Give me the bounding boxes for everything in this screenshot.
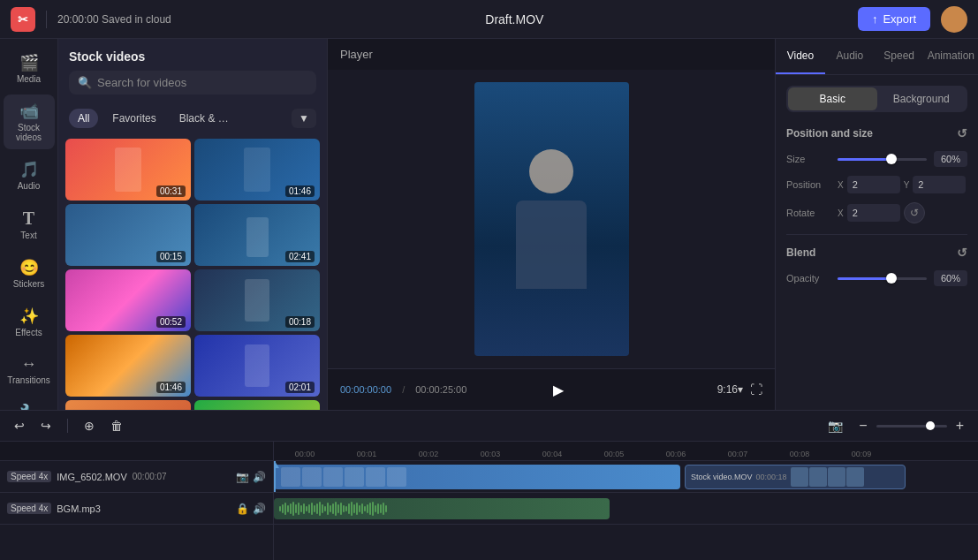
ratio-button[interactable]: 9:16▾ [717, 383, 743, 396]
sidebar-item-media[interactable]: 🎬 Media [4, 46, 55, 91]
track-speed-1: Speed 4x [7, 471, 51, 482]
video-thumb-10[interactable]: 00:12 [194, 400, 320, 410]
track-clip-row-2 [274, 493, 978, 525]
rotate-reset-button[interactable]: ↺ [904, 202, 925, 223]
avatar[interactable] [941, 6, 967, 33]
search-box[interactable]: 🔍 [69, 71, 316, 95]
opacity-slider-thumb[interactable] [886, 273, 897, 284]
redo-button[interactable]: ↪ [37, 417, 55, 435]
rotate-x-input[interactable] [847, 204, 900, 222]
zoom-slider[interactable] [876, 425, 947, 428]
video-duration: 01:46 [285, 185, 315, 197]
tab-speed[interactable]: Speed [875, 39, 924, 74]
video-duration: 00:31 [156, 185, 186, 197]
reset-blend-icon[interactable]: ↺ [957, 246, 967, 260]
player-area: Player 00:00:00:00 / 00:00:25:00 [328, 39, 775, 410]
zoom-out-button[interactable]: − [855, 416, 870, 435]
delete-button[interactable]: 🗑 [107, 417, 126, 435]
filter-tab-favorites[interactable]: Favorites [103, 109, 164, 128]
sidebar-item-filters[interactable]: 🔧 Filters [4, 396, 55, 410]
audio-mute-icon[interactable]: 🔊 [253, 503, 266, 515]
app-logo[interactable]: ✂ [11, 7, 35, 32]
sidebar-item-effects[interactable]: ✨ Effects [4, 299, 55, 344]
filter-dropdown[interactable]: ▼ [292, 109, 316, 128]
camera-track-icon[interactable]: 📷 [236, 471, 249, 483]
video-thumb-5[interactable]: 00:52 [65, 269, 191, 331]
ruler-mark: 00:09 [830, 450, 892, 458]
undo-button[interactable]: ↩ [11, 417, 28, 435]
search-icon: 🔍 [78, 76, 92, 89]
ruler-marks: 00:00 00:01 00:02 00:03 00:04 00:05 00:0… [274, 450, 978, 460]
stock-panel: Stock videos 🔍 All Favorites Black & whi… [58, 39, 328, 410]
track-icons-2: 🔒 🔊 [236, 503, 266, 515]
sidebar-item-stickers[interactable]: 😊 Stickers [4, 251, 55, 296]
position-label: Position [786, 179, 830, 190]
size-slider-thumb[interactable] [886, 154, 897, 164]
section-divider [786, 234, 967, 235]
ratio-label: 9:16 [717, 383, 738, 396]
ruler-mark: 00:04 [521, 450, 583, 458]
sidebar-item-audio[interactable]: 🎵 Audio [4, 153, 55, 198]
secondary-clip[interactable]: Stock video.MOV 00:00:18 [685, 465, 906, 489]
toggle-basic[interactable]: Basic [788, 87, 877, 110]
zoom-controls: − + [855, 416, 967, 435]
audio-track-icon[interactable]: 🔊 [253, 471, 266, 483]
sidebar-item-transitions[interactable]: ↔ Transitions [4, 348, 55, 392]
filter-tab-all[interactable]: All [69, 109, 98, 128]
stock-videos-icon: 📹 [19, 102, 39, 121]
size-row: Size 60% [786, 151, 967, 167]
player-canvas [328, 70, 775, 368]
playhead-triangle [274, 461, 279, 468]
rotate-x-label: X [838, 208, 844, 218]
size-slider[interactable] [838, 158, 927, 161]
zoom-slider-thumb[interactable] [926, 421, 935, 430]
position-x-input[interactable] [847, 176, 900, 193]
tracks-scroll[interactable]: 00:00 00:01 00:02 00:03 00:04 00:05 00:0… [274, 442, 978, 560]
toolbar-separator [67, 419, 68, 433]
zoom-in-button[interactable]: + [952, 416, 967, 435]
video-thumb-2[interactable]: 01:46 [194, 139, 320, 201]
video-thumb-9[interactable]: 00:52 [65, 400, 191, 410]
video-duration: 00:52 [156, 316, 186, 328]
sidebar-item-stock-videos[interactable]: 📹 Stock videos [4, 95, 55, 149]
fullscreen-button[interactable]: ⛶ [750, 382, 762, 397]
sidebar-item-label: Effects [15, 328, 42, 337]
video-thumb-4[interactable]: 02:41 [194, 204, 320, 266]
effects-icon: ✨ [19, 306, 39, 326]
camera-button[interactable]: 📷 [824, 417, 846, 435]
opacity-row: Opacity 60% [786, 270, 967, 286]
reset-position-size-icon[interactable]: ↺ [957, 126, 967, 140]
track-info-2: Speed 4x BGM.mp3 [7, 503, 231, 514]
video-thumb-1[interactable]: 00:31 [65, 139, 191, 201]
blend-label: Blend [786, 246, 815, 259]
split-button[interactable]: ⊕ [80, 417, 98, 435]
toggle-background[interactable]: Background [877, 87, 967, 110]
video-thumb-6[interactable]: 00:18 [194, 269, 320, 331]
sidebar-item-text[interactable]: T Text [4, 201, 55, 247]
audio-icon: 🎵 [19, 160, 39, 179]
ruler-mark: 00:00 [274, 450, 336, 458]
video-thumb-3[interactable]: 00:15 [65, 204, 191, 266]
left-sidebar: 🎬 Media 📹 Stock videos 🎵 Audio T Text 😊 … [0, 39, 58, 410]
tab-audio[interactable]: Audio [825, 39, 875, 74]
video-thumb-8[interactable]: 02:01 [194, 335, 320, 397]
video-thumb-7[interactable]: 01:46 [65, 335, 191, 397]
player-controls: 00:00:00:00 / 00:00:25:00 ▶ 9:16▾ ⛶ [328, 368, 775, 410]
export-button[interactable]: ↑ Export [858, 7, 930, 31]
video-duration: 01:46 [156, 382, 186, 393]
rotate-label: Rotate [786, 208, 830, 218]
size-value: 60% [934, 151, 967, 167]
tab-animation[interactable]: Animation [924, 39, 978, 74]
audio-clip[interactable] [274, 498, 610, 519]
timeline: ↩ ↪ ⊕ 🗑 📷 − + [0, 410, 978, 560]
play-button[interactable]: ▶ [545, 376, 572, 403]
search-input[interactable] [97, 76, 307, 89]
filter-tab-bw[interactable]: Black & white groun [171, 109, 241, 128]
main-clip[interactable] [274, 465, 680, 489]
lock-icon[interactable]: 🔒 [236, 503, 249, 515]
sidebar-item-label: Text [20, 231, 36, 240]
tab-video[interactable]: Video [776, 39, 825, 74]
main-content: 🎬 Media 📹 Stock videos 🎵 Audio T Text 😊 … [0, 39, 978, 410]
position-y-input[interactable] [913, 176, 966, 193]
opacity-slider[interactable] [838, 277, 927, 280]
